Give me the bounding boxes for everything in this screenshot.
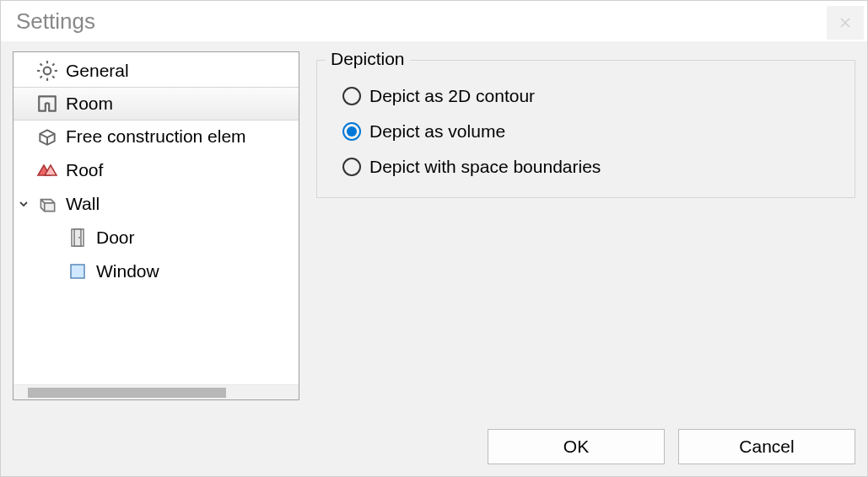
horizontal-scrollbar[interactable] bbox=[13, 384, 299, 399]
tree-item-label: Window bbox=[96, 261, 159, 281]
gear-icon bbox=[34, 60, 61, 82]
tree-item-wall[interactable]: Wall bbox=[13, 187, 299, 221]
tree-item-label: Wall bbox=[66, 194, 100, 214]
svg-rect-12 bbox=[71, 265, 84, 278]
depiction-group: Depiction Depict as 2D contour Depict as… bbox=[316, 60, 855, 198]
room-icon bbox=[34, 93, 61, 115]
radio-dot-icon bbox=[347, 126, 357, 137]
radio-volume[interactable]: Depict as volume bbox=[342, 121, 834, 142]
settings-dialog: Settings General bbox=[0, 0, 868, 477]
titlebar: Settings bbox=[1, 1, 867, 41]
radio-icon-checked bbox=[342, 122, 361, 141]
scroll-thumb[interactable] bbox=[28, 388, 226, 398]
radio-label: Depict as volume bbox=[369, 121, 505, 142]
radio-2d-contour[interactable]: Depict as 2D contour bbox=[342, 86, 834, 106]
radio-icon bbox=[342, 87, 361, 105]
tree-item-label: Room bbox=[66, 94, 113, 114]
group-title: Depiction bbox=[326, 49, 410, 69]
window-title: Settings bbox=[16, 8, 95, 35]
tree-list: General Room Free construction elem bbox=[13, 52, 299, 384]
tree-item-free-construction[interactable]: Free construction elem bbox=[13, 120, 299, 153]
ok-button[interactable]: OK bbox=[488, 429, 665, 464]
tree-item-label: General bbox=[66, 61, 129, 81]
close-icon bbox=[840, 18, 850, 28]
settings-content: Depiction Depict as 2D contour Depict as… bbox=[316, 51, 855, 407]
button-label: OK bbox=[563, 437, 589, 457]
svg-line-8 bbox=[52, 64, 54, 66]
svg-line-7 bbox=[40, 76, 42, 78]
tree-item-window[interactable]: Window bbox=[13, 255, 299, 288]
roof-icon bbox=[34, 162, 61, 179]
tree-item-room[interactable]: Room bbox=[13, 87, 299, 121]
radio-label: Depict with space boundaries bbox=[369, 157, 601, 177]
radio-icon bbox=[342, 158, 361, 176]
window-icon bbox=[64, 262, 91, 281]
tree-item-general[interactable]: General bbox=[13, 54, 299, 88]
radio-label: Depict as 2D contour bbox=[369, 86, 535, 106]
cube-icon bbox=[34, 126, 61, 147]
cancel-button[interactable]: Cancel bbox=[678, 429, 855, 464]
depiction-radios: Depict as 2D contour Depict as volume De… bbox=[337, 81, 834, 177]
door-icon bbox=[64, 227, 91, 249]
chevron-down-icon[interactable] bbox=[13, 199, 34, 209]
radio-space-boundaries[interactable]: Depict with space boundaries bbox=[342, 157, 834, 177]
svg-point-0 bbox=[44, 67, 51, 75]
tree-item-label: Roof bbox=[66, 160, 103, 180]
close-button[interactable] bbox=[827, 6, 864, 40]
button-label: Cancel bbox=[739, 437, 794, 457]
tree-item-label: Free construction elem bbox=[66, 126, 246, 147]
svg-line-5 bbox=[40, 64, 42, 66]
dialog-body: General Room Free construction elem bbox=[1, 41, 867, 419]
category-tree: General Room Free construction elem bbox=[13, 51, 299, 400]
tree-item-door[interactable]: Door bbox=[13, 221, 299, 255]
svg-line-6 bbox=[52, 76, 54, 78]
tree-item-roof[interactable]: Roof bbox=[13, 153, 299, 187]
tree-item-label: Door bbox=[96, 228, 135, 248]
wall-icon bbox=[34, 193, 61, 215]
svg-point-11 bbox=[78, 237, 80, 238]
dialog-buttons: OK Cancel bbox=[1, 419, 867, 476]
